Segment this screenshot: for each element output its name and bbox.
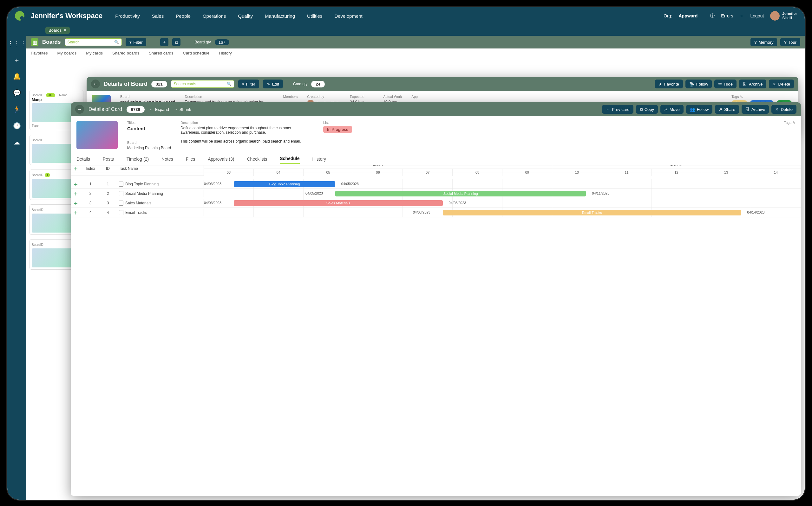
boards-toolbar: ▦ Boards Search 🔍 ▾ Filter ＋ ⧉ Board qty… bbox=[26, 36, 805, 49]
user-first: Jennifer bbox=[782, 11, 797, 16]
task-name[interactable]: Social Media Planning bbox=[116, 191, 204, 196]
favorite-button[interactable]: ★Favorite bbox=[655, 80, 683, 88]
global-header: Jennifer's Workspace Productivity Sales … bbox=[7, 7, 805, 24]
card-details-panel: → Details of Card 6736 ←Expand →Shrink ←… bbox=[71, 102, 801, 496]
share-button[interactable]: ↗Share bbox=[715, 105, 739, 114]
memory-button[interactable]: ?Memory bbox=[750, 38, 777, 46]
day-header: 08 bbox=[453, 169, 502, 176]
prev-card-button[interactable]: ←Prev card bbox=[602, 105, 633, 114]
tab-shared-cards[interactable]: Shared cards bbox=[149, 51, 173, 56]
day-header: 07 bbox=[403, 169, 453, 176]
add-subtask-button[interactable]: ＋ bbox=[71, 190, 81, 197]
tab-timelog[interactable]: Timelog (2) bbox=[127, 157, 149, 164]
tab-details[interactable]: Details bbox=[76, 157, 90, 164]
tab-my-boards[interactable]: My boards bbox=[57, 51, 76, 56]
task-id: 1 bbox=[100, 182, 116, 186]
members-label: Members bbox=[283, 95, 297, 98]
expand-link[interactable]: ←Expand bbox=[149, 107, 169, 112]
add-subtask-button[interactable]: ＋ bbox=[71, 199, 81, 207]
arrow-left-icon: ← bbox=[606, 107, 610, 112]
nav-manufacturing[interactable]: Manufacturing bbox=[265, 13, 295, 19]
cloud-upload-icon[interactable]: ☁ bbox=[12, 138, 21, 147]
chip-boards[interactable]: Boards ✕ bbox=[45, 27, 70, 34]
chat-icon[interactable]: 💬 bbox=[12, 88, 21, 97]
task-name[interactable]: Blog Topic Planning bbox=[116, 182, 204, 187]
app-logo[interactable] bbox=[15, 11, 24, 21]
hide-button[interactable]: 👁Hide bbox=[714, 80, 737, 88]
gantt-bar[interactable]: Email Tracks bbox=[443, 210, 741, 216]
nav-productivity[interactable]: Productivity bbox=[115, 13, 140, 19]
follow-button[interactable]: 📡Follow bbox=[685, 80, 712, 88]
add-task-button[interactable]: ＋ bbox=[71, 165, 81, 172]
plus-icon[interactable]: ＋ bbox=[12, 56, 21, 64]
card-panel-header: → Details of Card 6736 ←Expand →Shrink ←… bbox=[71, 102, 801, 116]
tab-approvals[interactable]: Approvals (3) bbox=[208, 157, 234, 164]
run-icon[interactable]: 🏃 bbox=[12, 105, 21, 114]
tab-notes[interactable]: Notes bbox=[161, 157, 173, 164]
add-board-button[interactable]: ＋ bbox=[160, 38, 168, 46]
task-id: 3 bbox=[100, 201, 116, 205]
day-header: 09 bbox=[502, 169, 552, 176]
cards-search[interactable]: Search cards 🔍 bbox=[171, 80, 234, 88]
day-header: 14 bbox=[751, 169, 801, 176]
nav-operations[interactable]: Operations bbox=[203, 13, 226, 19]
board-label: Board bbox=[120, 95, 175, 98]
clock-icon[interactable]: 🕐 bbox=[12, 121, 21, 130]
delete-button[interactable]: ✕Delete bbox=[771, 105, 797, 114]
tab-history[interactable]: History bbox=[313, 157, 326, 164]
btn-label: Favorite bbox=[664, 82, 679, 86]
nav-development[interactable]: Development bbox=[334, 13, 362, 19]
bell-icon[interactable]: 🔔 bbox=[12, 72, 21, 81]
task-name[interactable]: Sales Materials bbox=[116, 200, 204, 205]
memory-label: Memory bbox=[759, 40, 773, 45]
delete-button[interactable]: ✕Delete bbox=[769, 80, 794, 88]
logout-link[interactable]: Logout bbox=[750, 13, 764, 18]
pencil-icon[interactable]: ✎ bbox=[740, 95, 743, 98]
user-block[interactable]: Jennifer Sistilli bbox=[770, 11, 797, 21]
back-button[interactable]: ← bbox=[91, 80, 100, 88]
filter-button[interactable]: ▾Filter bbox=[238, 80, 259, 88]
nav-sales[interactable]: Sales bbox=[152, 13, 164, 19]
tab-posts[interactable]: Posts bbox=[103, 157, 114, 164]
archive-button[interactable]: 🗄Archive bbox=[739, 80, 766, 88]
tab-history[interactable]: History bbox=[219, 51, 231, 56]
close-icon[interactable]: ✕ bbox=[63, 28, 67, 32]
rss-icon: 📡 bbox=[689, 82, 694, 86]
tab-files[interactable]: Files bbox=[186, 157, 195, 164]
tab-favorites[interactable]: Favorites bbox=[31, 51, 48, 56]
tab-checklists[interactable]: Checklists bbox=[247, 157, 267, 164]
board-id-label: BoardID bbox=[32, 93, 44, 97]
gantt-bar[interactable]: Sales Materials bbox=[234, 200, 443, 206]
tab-my-cards[interactable]: My cards bbox=[86, 51, 103, 56]
move-button[interactable]: ⇄Move bbox=[660, 105, 684, 114]
nav-quality[interactable]: Quality bbox=[238, 13, 253, 19]
nav-people[interactable]: People bbox=[176, 13, 191, 19]
add-subtask-button[interactable]: ＋ bbox=[71, 209, 81, 217]
add-subtask-button[interactable]: ＋ bbox=[71, 180, 81, 188]
pencil-icon[interactable]: ✎ bbox=[792, 121, 795, 124]
follow-button[interactable]: 👥Follow bbox=[686, 105, 713, 114]
tab-card-schedule[interactable]: Card schedule bbox=[183, 51, 210, 56]
gantt-bar[interactable]: Social Media Planning bbox=[335, 191, 586, 196]
errors-link[interactable]: Errors bbox=[721, 13, 733, 18]
expected-label: Expected bbox=[350, 95, 374, 98]
tab-schedule[interactable]: Schedule bbox=[280, 156, 299, 164]
archive-button[interactable]: 🗄Archive bbox=[742, 105, 769, 114]
filter-button[interactable]: ▾ Filter bbox=[126, 38, 146, 46]
task-name[interactable]: Email Tracks bbox=[116, 210, 204, 215]
tab-shared-boards[interactable]: Shared boards bbox=[112, 51, 139, 56]
info-icon[interactable]: ⓘ bbox=[710, 13, 715, 19]
gantt-bar[interactable]: Blog Topic Planning bbox=[234, 181, 335, 187]
gantt-task-row: ＋ 3 3 Sales Materials04/03/2023Sales Mat… bbox=[71, 198, 801, 208]
edit-button[interactable]: ✎Edit bbox=[263, 80, 283, 88]
tour-button[interactable]: ?Tour bbox=[780, 38, 800, 46]
apps-icon[interactable]: ⋮⋮⋮ bbox=[12, 39, 21, 48]
boards-search[interactable]: Search 🔍 bbox=[65, 38, 122, 46]
copy-board-button[interactable]: ⧉ bbox=[172, 38, 181, 46]
nav-utilities[interactable]: Utilities bbox=[307, 13, 322, 19]
copy-button[interactable]: ⧉Copy bbox=[636, 105, 658, 114]
week-header: 4/3/23 bbox=[204, 165, 552, 169]
shrink-link[interactable]: →Shrink bbox=[174, 107, 191, 112]
back-button[interactable]: → bbox=[75, 105, 84, 114]
org-name[interactable]: Appward bbox=[678, 13, 697, 18]
